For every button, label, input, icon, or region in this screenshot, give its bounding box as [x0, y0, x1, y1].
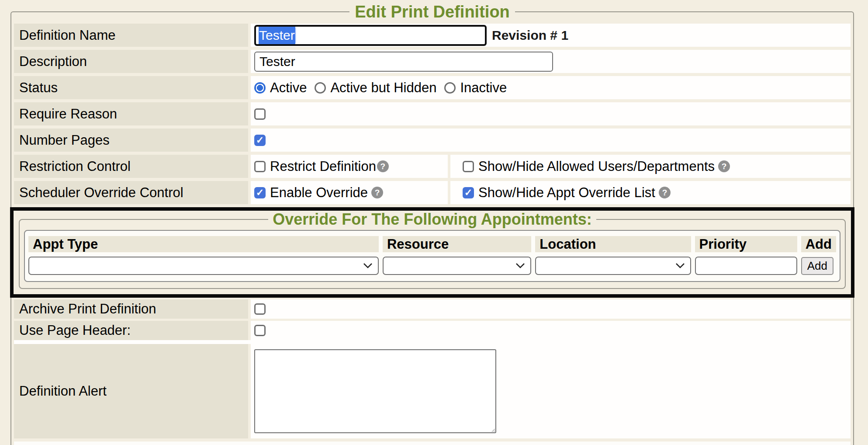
scheduler-override-row: Scheduler Override Control Enable Overri…: [14, 181, 851, 204]
form-actions: Save Cancel: [14, 442, 851, 445]
show-hide-appt-label: Show/Hide Appt Override List: [478, 185, 655, 201]
scheduler-override-label: Scheduler Override Control: [14, 181, 248, 204]
number-pages-checkbox[interactable]: [254, 135, 266, 146]
active-but-hidden-radio-label: Active but Hidden: [330, 80, 436, 96]
resource-select-wrap: [383, 257, 531, 275]
archive-cell: [251, 299, 851, 319]
definition-name-cell: Tester Revision # 1: [251, 24, 851, 47]
enable-override-label: Enable Override: [270, 185, 368, 201]
archive-row: Archive Print Definition: [14, 299, 851, 319]
require-reason-label: Require Reason: [14, 102, 248, 125]
override-fieldset: Override For The Following Appointments:…: [19, 212, 846, 289]
status-option-inactive: Inactive: [444, 80, 507, 96]
show-hide-users-checkbox[interactable]: [463, 161, 474, 172]
add-column-header: Add: [801, 236, 836, 252]
definition-name-row: Definition Name Tester Revision # 1: [14, 24, 851, 47]
description-cell: [251, 50, 851, 73]
section-divider: [14, 340, 851, 344]
status-option-active: Active: [254, 80, 307, 96]
resource-select[interactable]: [383, 257, 531, 275]
number-pages-row: Number Pages: [14, 129, 851, 152]
show-hide-appt-checkbox[interactable]: [463, 187, 474, 198]
help-icon[interactable]: ?: [371, 187, 383, 198]
inactive-radio[interactable]: [444, 82, 456, 94]
priority-column-header: Priority: [695, 236, 797, 252]
edit-print-definition-form: Edit Print Definition Definition Name Te…: [10, 3, 854, 445]
definition-alert-label: Definition Alert: [14, 344, 248, 438]
require-reason-row: Require Reason: [14, 102, 851, 125]
selected-text: Tester: [259, 27, 295, 44]
location-select[interactable]: [535, 257, 691, 275]
restrict-definition-cell: Restrict Definition ?: [251, 155, 448, 178]
add-button[interactable]: Add: [801, 257, 833, 275]
use-page-header-row: Use Page Header:: [14, 321, 851, 340]
status-option-active-but-hidden: Active but Hidden: [315, 80, 436, 96]
show-hide-users-label: Show/Hide Allowed Users/Departments: [478, 159, 715, 174]
require-reason-checkbox[interactable]: [254, 108, 266, 120]
description-input[interactable]: [254, 52, 553, 72]
appt-type-select[interactable]: [28, 257, 379, 275]
active-radio-label: Active: [270, 80, 307, 96]
definition-name-label: Definition Name: [14, 24, 248, 47]
definition-alert-row: Definition Alert: [14, 344, 851, 438]
description-row: Description: [14, 50, 851, 73]
active-radio[interactable]: [254, 82, 266, 94]
number-pages-label: Number Pages: [14, 129, 248, 152]
require-reason-cell: [251, 102, 851, 125]
description-label: Description: [14, 50, 248, 73]
restriction-control-label: Restriction Control: [14, 155, 248, 178]
help-icon[interactable]: ?: [718, 160, 730, 172]
enable-override-cell: Enable Override ?: [251, 181, 448, 204]
override-section-title: Override For The Following Appointments:: [268, 212, 596, 227]
definition-alert-cell: [251, 344, 851, 438]
appt-type-select-wrap: [28, 257, 379, 275]
help-icon[interactable]: ?: [659, 187, 671, 198]
text-caret: [295, 28, 296, 43]
status-cell: Active Active but Hidden Inactive: [251, 76, 851, 99]
restrict-definition-checkbox[interactable]: [254, 161, 266, 172]
restriction-control-row: Restriction Control Restrict Definition …: [14, 155, 851, 178]
use-page-header-cell: [251, 321, 851, 340]
appt-type-column-header: Appt Type: [28, 236, 379, 252]
definition-name-input[interactable]: Tester: [254, 25, 487, 46]
help-icon[interactable]: ?: [377, 160, 389, 172]
override-section: Override For The Following Appointments:…: [10, 207, 854, 298]
definition-alert-textarea[interactable]: [254, 349, 496, 433]
override-table: Appt Type Resource Location Priority Add: [24, 230, 840, 282]
location-column-header: Location: [535, 236, 691, 252]
restrict-definition-label: Restrict Definition: [270, 159, 376, 174]
archive-checkbox[interactable]: [254, 303, 266, 315]
status-row: Status Active Active but Hidden Inactive: [14, 76, 851, 99]
use-page-header-label: Use Page Header:: [14, 321, 248, 340]
inactive-radio-label: Inactive: [460, 80, 507, 96]
active-but-hidden-radio[interactable]: [315, 82, 326, 94]
enable-override-checkbox[interactable]: [254, 187, 266, 198]
show-hide-appt-cell: Show/Hide Appt Override List ?: [450, 181, 851, 204]
archive-label: Archive Print Definition: [14, 299, 248, 319]
priority-input[interactable]: [695, 257, 797, 275]
number-pages-cell: [251, 129, 851, 152]
page-title: Edit Print Definition: [349, 3, 515, 20]
status-label: Status: [14, 76, 248, 99]
revision-number: Revision # 1: [492, 28, 568, 43]
location-select-wrap: [535, 257, 691, 275]
resource-column-header: Resource: [383, 236, 531, 252]
use-page-header-checkbox[interactable]: [254, 325, 266, 336]
show-hide-users-cell: Show/Hide Allowed Users/Departments ?: [450, 155, 851, 178]
